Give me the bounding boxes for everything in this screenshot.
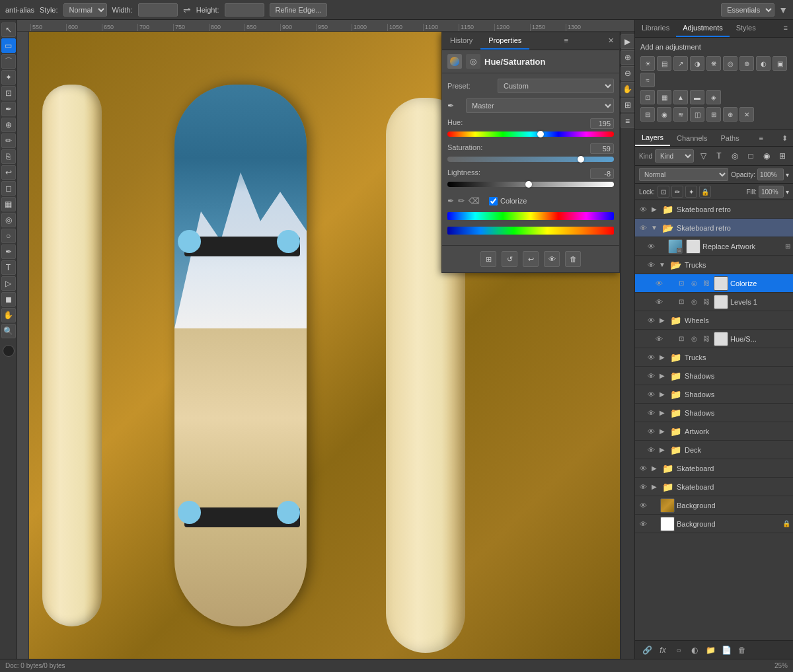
eye-icon-9[interactable]: 👁	[646, 352, 656, 363]
lock-transparent-btn[interactable]: ⊡	[658, 186, 669, 198]
layer-item-trucks2[interactable]: 👁 ▶ 📁 Trucks	[635, 348, 793, 367]
expand-arrow-6[interactable]	[666, 298, 674, 306]
hue-slider-thumb[interactable]	[537, 131, 544, 137]
selective-color-icon[interactable]: ◈	[706, 90, 721, 104]
layer-item-shadows1[interactable]: 👁 ▶ 📁 Shadows	[635, 367, 793, 385]
layer-item-levels1[interactable]: 👁 ⊡ ◎ ⛓ Levels 1	[635, 293, 793, 311]
adj-3-2[interactable]: ◉	[657, 107, 671, 122]
eye-icon-12[interactable]: 👁	[646, 408, 656, 418]
eye-icon-17[interactable]: 👁	[638, 500, 648, 511]
exposure-icon[interactable]: ◑	[690, 56, 704, 71]
colorize-checkbox[interactable]	[489, 197, 498, 205]
eye-icon-1[interactable]: 👁	[638, 204, 648, 215]
link-layers-btn[interactable]: 🔗	[640, 644, 654, 657]
type-tool[interactable]: T	[1, 260, 16, 275]
adj-filter-btn[interactable]: ◎	[728, 149, 741, 163]
threshold-icon[interactable]: ▲	[673, 90, 688, 104]
height-input[interactable]	[225, 3, 264, 17]
expand-arrow-10[interactable]: ▶	[658, 372, 666, 380]
expand-arrow-12[interactable]: ▶	[658, 409, 666, 417]
essentials-select[interactable]: Essentials	[721, 3, 774, 17]
layer-item-deck[interactable]: 👁 ▶ 📁 Deck	[635, 441, 793, 459]
layer-item-background-white[interactable]: 👁 Background 🔒	[635, 515, 793, 533]
vis-toggle-icon[interactable]: ◎	[466, 54, 480, 69]
new-layer-btn[interactable]: 📄	[720, 644, 733, 657]
gradient-tool[interactable]: ▦	[1, 197, 16, 211]
light-slider-track[interactable]	[447, 182, 614, 187]
channel-mixer-icon[interactable]: ≈	[640, 73, 655, 87]
back-icon[interactable]: ↺	[502, 251, 517, 267]
pen-tool-icon[interactable]: ✒	[447, 196, 454, 205]
visibility-icon[interactable]: 👁	[544, 251, 560, 267]
tab-properties[interactable]: Properties	[480, 32, 529, 50]
layer-item-skateboard-retro-2[interactable]: 👁 ▼ 📂 Skateboard retro	[635, 219, 793, 237]
sat-slider-track[interactable]	[447, 157, 614, 162]
shape-tool[interactable]: ◼	[1, 292, 16, 307]
tab-layers[interactable]: Layers	[635, 130, 670, 146]
adj-3-3[interactable]: ≋	[673, 107, 688, 122]
expand-arrow-18[interactable]	[650, 520, 658, 528]
refine-edge-button[interactable]: Refine Edge...	[270, 3, 328, 17]
layer-item-shadows2[interactable]: 👁 ▶ 📁 Shadows	[635, 385, 793, 404]
expand-arrow-13[interactable]: ▶	[658, 428, 666, 435]
new-fill-adj-btn[interactable]: ◐	[688, 644, 701, 657]
undo-icon[interactable]: ↩	[523, 251, 539, 267]
hue-sat-icon[interactable]: ◎	[723, 56, 737, 71]
layer-item-skateboard-retro-1[interactable]: 👁 ▶ 📁 Skateboard retro	[635, 200, 793, 219]
eye-icon-13[interactable]: 👁	[646, 426, 656, 437]
preset-select[interactable]: Custom	[498, 79, 614, 93]
opacity-chevron[interactable]: ▾	[786, 171, 789, 178]
layer-item-shadows3[interactable]: 👁 ▶ 📁 Shadows	[635, 404, 793, 422]
canvas-viewport[interactable]: History Properties ≡ ✕	[29, 32, 620, 659]
fill-chevron[interactable]: ▾	[786, 188, 789, 196]
curves-icon[interactable]: ↗	[673, 56, 688, 71]
eye-icon-4[interactable]: 👁	[646, 260, 656, 270]
layer-item-wheels[interactable]: 👁 ▶ 📁 Wheels	[635, 311, 793, 330]
channel-picker-icon[interactable]: ✒	[447, 101, 454, 110]
adj-3-4[interactable]: ◫	[690, 107, 704, 122]
vibrance-icon[interactable]: ❋	[706, 56, 721, 71]
light-value[interactable]: -8	[590, 168, 614, 179]
adj-3-7[interactable]: ✕	[739, 107, 754, 122]
new-layer-icon[interactable]: ⊞	[480, 251, 496, 267]
clone-stamp-tool[interactable]: ⎘	[1, 149, 16, 164]
smartobj-filter-btn[interactable]: ⊞	[776, 149, 789, 163]
tab-libraries[interactable]: Libraries	[635, 20, 676, 37]
fg-color[interactable]	[3, 345, 15, 357]
hand-tool[interactable]: ✋	[1, 308, 16, 322]
layer-list[interactable]: 👁 ▶ 📁 Skateboard retro 👁 ▼ 📂 Skateboard …	[635, 200, 793, 640]
path-select-tool[interactable]: ▷	[1, 276, 16, 291]
layer-item-trucks[interactable]: 👁 ▼ 📂 Trucks	[635, 256, 793, 274]
expand-arrow-1[interactable]: ▶	[650, 205, 658, 213]
crop-tool[interactable]: ⊡	[1, 86, 16, 100]
fill-input[interactable]	[759, 186, 784, 198]
lock-all-btn[interactable]: 🔒	[699, 186, 711, 198]
color-balance-icon[interactable]: ⊕	[739, 56, 754, 71]
adj-3-5[interactable]: ⊞	[706, 107, 721, 122]
hue-slider-track[interactable]	[447, 131, 614, 137]
expand-arrow-11[interactable]: ▶	[658, 391, 666, 398]
photo-filter-icon[interactable]: ▣	[773, 56, 787, 71]
layer-item-colorize[interactable]: 👁 ⊡ ◎ ⛓ Colorize	[635, 274, 793, 293]
layer-item-skateboard2[interactable]: 👁 ▶ 📁 Skateboard	[635, 478, 793, 496]
zoom-out-tool[interactable]: ⊖	[621, 66, 635, 81]
expand-arrow-2[interactable]: ▼	[650, 224, 658, 232]
eye-icon-6[interactable]: 👁	[654, 297, 664, 307]
marquee-tool[interactable]: ▭	[1, 38, 16, 53]
align-tool[interactable]: ≡	[621, 114, 635, 128]
tab-history[interactable]: History	[442, 32, 480, 50]
invert-icon[interactable]: ⊡	[640, 90, 655, 104]
tab-adjustments[interactable]: Adjustments	[676, 20, 730, 37]
zoom-tool[interactable]: 🔍	[1, 324, 16, 338]
eye-icon-2[interactable]: 👁	[638, 223, 648, 233]
expand-arrow-14[interactable]: ▶	[658, 446, 666, 454]
gradient-map-icon[interactable]: ▬	[690, 90, 704, 104]
layer-item-hueset[interactable]: 👁 ⊡ ◎ ⛓ Hue/S...	[635, 330, 793, 348]
eyedropper-tool[interactable]: ✒	[1, 102, 16, 116]
layers-more-icon[interactable]: ≡	[754, 131, 769, 145]
shape-filter-btn[interactable]: ◉	[760, 149, 773, 163]
delete-layer-btn[interactable]: 🗑	[736, 644, 749, 657]
levels-icon[interactable]: ▤	[657, 56, 671, 71]
history-brush-tool[interactable]: ↩	[1, 165, 16, 180]
lock-move-btn[interactable]: ✦	[685, 186, 697, 198]
